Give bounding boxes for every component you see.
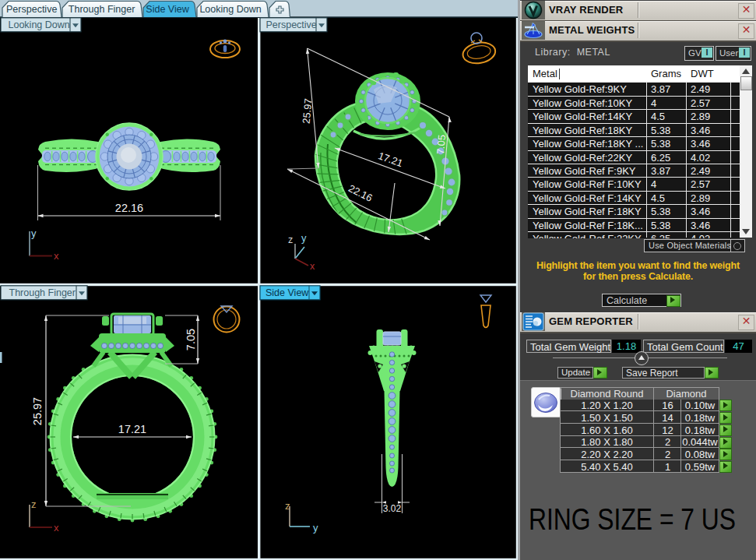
svg-text:17.21: 17.21 bbox=[118, 423, 146, 435]
svg-text:3.02: 3.02 bbox=[383, 503, 402, 514]
svg-text:7.05: 7.05 bbox=[434, 134, 448, 155]
svg-text:Perspective: Perspective bbox=[6, 4, 57, 15]
svg-text:x: x bbox=[54, 250, 59, 262]
svg-text:25.97: 25.97 bbox=[301, 98, 315, 125]
svg-text:Side View: Side View bbox=[265, 287, 309, 298]
svg-text:x: x bbox=[54, 522, 59, 534]
svg-text:z: z bbox=[31, 498, 37, 510]
svg-text:Looking Down: Looking Down bbox=[9, 19, 70, 30]
svg-text:y: y bbox=[31, 227, 37, 239]
svg-text:25.97: 25.97 bbox=[31, 397, 44, 425]
svg-text:Side View: Side View bbox=[146, 4, 189, 15]
svg-text:7.05: 7.05 bbox=[185, 329, 197, 350]
svg-text:Through Finger: Through Finger bbox=[69, 4, 135, 15]
svg-text:z: z bbox=[285, 500, 290, 512]
svg-text:z: z bbox=[288, 234, 293, 245]
svg-text:y: y bbox=[301, 232, 307, 244]
svg-text:Perspective: Perspective bbox=[266, 19, 317, 30]
svg-text:y: y bbox=[313, 522, 318, 534]
svg-text:22.16: 22.16 bbox=[115, 202, 143, 214]
svg-text:x: x bbox=[310, 261, 315, 272]
svg-text:Through Finger: Through Finger bbox=[9, 287, 76, 298]
svg-text:Looking Down: Looking Down bbox=[199, 4, 261, 15]
